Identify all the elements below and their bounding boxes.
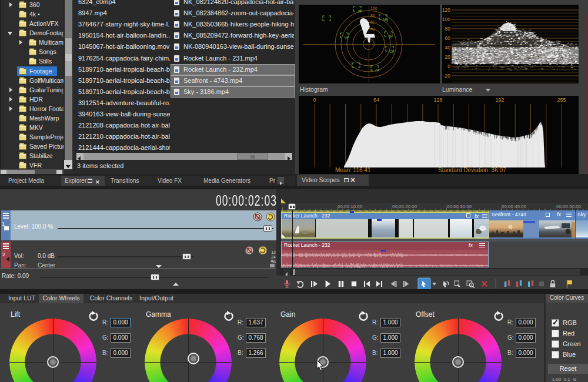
svg-text:20: 20 — [445, 54, 451, 60]
svg-text:B: B — [389, 35, 391, 39]
svg-text:40: 40 — [445, 45, 451, 51]
svg-text:Cy: Cy — [389, 49, 395, 54]
svg-text:64: 64 — [373, 97, 379, 103]
svg-text:60: 60 — [370, 20, 375, 24]
svg-text:00:00:30:00: 00:00:30:00 — [447, 204, 472, 209]
svg-text:80: 80 — [445, 26, 451, 32]
svg-text:192: 192 — [495, 97, 504, 103]
svg-text:40: 40 — [370, 27, 375, 31]
svg-text:60: 60 — [445, 35, 451, 41]
svg-text:00:00:10:00: 00:00:10:00 — [338, 204, 363, 209]
svg-text:0: 0 — [313, 97, 316, 103]
svg-text:100: 100 — [370, 6, 377, 11]
svg-text:Yl: Yl — [344, 36, 348, 40]
svg-text:G: G — [375, 69, 378, 73]
svg-text:00:00:50:00: 00:00:50:00 — [556, 204, 582, 209]
svg-text:120: 120 — [442, 7, 450, 13]
svg-text:80: 80 — [370, 14, 375, 18]
svg-text:0: 0 — [447, 63, 450, 69]
svg-text:R: R — [358, 9, 361, 14]
svg-text:Standard Deviation: 36.07: Standard Deviation: 36.07 — [438, 167, 506, 173]
svg-text:255: 255 — [557, 97, 566, 103]
svg-text:Mean: 116.41: Mean: 116.41 — [335, 167, 371, 173]
svg-text:100: 100 — [442, 16, 450, 22]
svg-text:Mg: Mg — [383, 18, 388, 22]
svg-text:-20: -20 — [443, 73, 451, 79]
svg-text:00:00:20:00: 00:00:20:00 — [392, 204, 417, 209]
svg-text:128: 128 — [433, 97, 442, 103]
svg-text:00:00:40:00: 00:00:40:00 — [502, 204, 527, 209]
